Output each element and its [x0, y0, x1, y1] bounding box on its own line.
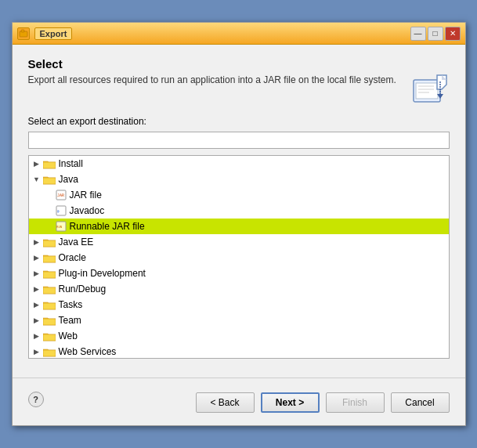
tree-item-install[interactable]: ▶ Install: [29, 156, 449, 172]
minimize-button[interactable]: —: [410, 27, 426, 41]
dialog-content: Select Export all resources required to …: [13, 45, 465, 371]
tree-item-java-ee[interactable]: ▶ Java EE: [29, 234, 449, 250]
expand-icon-web-services[interactable]: ▶: [32, 347, 42, 356]
tree-item-label-tasks: Tasks: [59, 299, 83, 310]
expand-icon-run-debug[interactable]: ▶: [32, 284, 42, 294]
expand-icon-oracle[interactable]: ▶: [32, 253, 42, 262]
folder-icon-oracle: [43, 253, 56, 263]
section-title: Select: [28, 57, 450, 70]
finish-button[interactable]: Finish: [326, 392, 385, 413]
jar-file-icon: JAR: [56, 190, 67, 201]
tree-item-oracle[interactable]: ▶ Oracle: [29, 250, 449, 266]
section-description: Export all resources required to run an …: [28, 74, 450, 105]
svg-rect-3: [416, 83, 438, 99]
maximize-button[interactable]: □: [428, 27, 443, 41]
tree-item-label-team: Team: [59, 315, 81, 326]
folder-icon-tasks: [43, 300, 56, 310]
destination-label: Select an export destination:: [28, 116, 450, 127]
tree-container[interactable]: ▶ Install▼ Java JAR JAR file @ Javadoc R…: [28, 155, 450, 359]
folder-icon-web-services: [43, 347, 56, 357]
footer: ? < Back Next > Finish Cancel: [13, 378, 465, 425]
expand-icon-tasks[interactable]: ▶: [32, 300, 42, 309]
folder-icon-java: [43, 175, 56, 185]
window-controls: — □ ✕: [410, 27, 461, 41]
button-row: ? < Back Next > Finish Cancel: [28, 386, 450, 413]
javadoc-icon: @: [56, 205, 67, 216]
tree-item-label-run-debug: Run/Debug: [59, 284, 107, 294]
titlebar-left: Export: [17, 27, 73, 40]
tree-item-label-javadoc: Javadoc: [70, 205, 105, 216]
back-button[interactable]: < Back: [196, 392, 255, 413]
svg-rect-1: [21, 30, 24, 32]
folder-icon-web: [43, 331, 56, 341]
expand-icon-runnable-jar[interactable]: [45, 222, 54, 231]
next-button[interactable]: Next >: [261, 392, 320, 413]
export-icon: [412, 74, 450, 105]
tree-item-javadoc[interactable]: @ Javadoc: [29, 203, 449, 219]
close-button[interactable]: ✕: [445, 27, 461, 41]
expand-icon-team[interactable]: ▶: [32, 316, 42, 325]
description-text: Export all resources required to run an …: [28, 74, 412, 87]
tree-item-label-install: Install: [59, 158, 83, 169]
tree-item-tasks[interactable]: ▶ Tasks: [29, 297, 449, 313]
titlebar: Export — □ ✕: [13, 23, 465, 45]
expand-icon-java-ee[interactable]: ▶: [32, 237, 42, 247]
tree-item-label-plugin-dev: Plug-in Development: [59, 268, 146, 279]
expand-icon-java[interactable]: ▼: [32, 175, 42, 184]
export-dialog: Export — □ ✕ Select Export all resources…: [12, 22, 466, 426]
svg-text:RUN: RUN: [56, 225, 63, 229]
tree-item-web-services[interactable]: ▶ Web Services: [29, 344, 449, 359]
tree-item-java[interactable]: ▼ Java: [29, 172, 449, 187]
tree-item-label-java-ee: Java EE: [59, 237, 94, 247]
tree-item-plugin-dev[interactable]: ▶ Plug-in Development: [29, 266, 449, 281]
tree-item-label-web: Web: [59, 331, 78, 341]
folder-icon-team: [43, 316, 56, 326]
tree-item-label-runnable-jar: Runnable JAR file: [70, 221, 145, 232]
folder-icon-install: [43, 159, 56, 169]
title-badge: Export: [34, 27, 73, 40]
tree-item-run-debug[interactable]: ▶ Run/Debug: [29, 281, 449, 297]
expand-icon-javadoc[interactable]: [45, 206, 54, 215]
help-button[interactable]: ?: [28, 392, 44, 407]
expand-icon-plugin-dev[interactable]: ▶: [32, 269, 42, 278]
folder-icon-run-debug: [43, 284, 56, 294]
tree-item-web[interactable]: ▶ Web: [29, 328, 449, 344]
expand-icon-web[interactable]: ▶: [32, 331, 42, 341]
tree-item-runnable-jar[interactable]: RUN Runnable JAR file: [29, 219, 449, 234]
folder-icon-java-ee: [43, 237, 56, 247]
expand-icon-jar-file[interactable]: [45, 190, 54, 200]
svg-text:JAR: JAR: [57, 193, 65, 197]
tree-item-label-jar-file: JAR file: [70, 190, 102, 201]
expand-icon-install[interactable]: ▶: [32, 159, 42, 168]
tree-item-label-oracle: Oracle: [59, 252, 86, 263]
tree-item-jar-file[interactable]: JAR JAR file: [29, 187, 449, 203]
action-buttons: < Back Next > Finish Cancel: [196, 392, 450, 413]
tree-item-label-web-services: Web Services: [59, 346, 117, 357]
folder-icon-plugin-dev: [43, 269, 56, 279]
cancel-button[interactable]: Cancel: [391, 392, 450, 413]
search-input[interactable]: [28, 132, 450, 149]
window-icon: [17, 27, 30, 40]
tree-item-team[interactable]: ▶ Team: [29, 313, 449, 328]
runnable-jar-icon: RUN: [56, 221, 67, 232]
tree-item-label-java: Java: [59, 174, 78, 185]
